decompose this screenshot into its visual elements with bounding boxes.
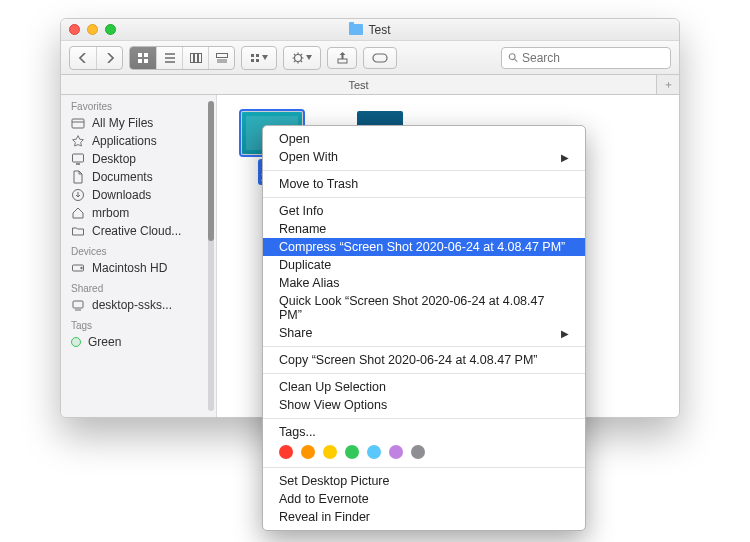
tab-label: Test — [348, 79, 368, 91]
context-item[interactable]: Move to Trash — [263, 175, 585, 193]
svg-point-36 — [81, 267, 83, 269]
context-item[interactable]: Show View Options — [263, 396, 585, 414]
tag-color-dot[interactable] — [389, 445, 403, 459]
context-item[interactable]: Open — [263, 130, 585, 148]
search-icon — [508, 52, 518, 63]
sidebar-section-shared: Shared — [61, 277, 216, 296]
context-item-label: Share — [279, 326, 312, 340]
applications-icon — [71, 134, 85, 148]
svg-rect-16 — [256, 59, 259, 62]
svg-rect-0 — [138, 53, 142, 57]
column-view-button[interactable] — [182, 47, 208, 69]
sidebar-item-documents[interactable]: Documents — [61, 168, 216, 186]
svg-point-28 — [509, 54, 515, 60]
tag-dot-icon — [71, 337, 81, 347]
new-tab-button[interactable]: ＋ — [657, 75, 679, 94]
sidebar-item-applications[interactable]: Applications — [61, 132, 216, 150]
context-item-label: Tags... — [279, 425, 316, 439]
svg-line-24 — [301, 54, 302, 55]
sidebar: Favorites All My Files Applications Desk… — [61, 95, 217, 417]
sidebar-item-macintosh-hd[interactable]: Macintosh HD — [61, 259, 216, 277]
context-item[interactable]: Set Desktop Picture — [263, 472, 585, 490]
tag-color-dot[interactable] — [411, 445, 425, 459]
context-item-label: Get Info — [279, 204, 323, 218]
svg-rect-15 — [251, 59, 254, 62]
context-item-label: Reveal in Finder — [279, 510, 370, 524]
coverflow-view-button[interactable] — [208, 47, 234, 69]
back-button[interactable] — [70, 47, 96, 69]
context-separator — [263, 170, 585, 171]
maximize-button[interactable] — [105, 24, 116, 35]
share-button[interactable] — [327, 47, 357, 69]
context-item[interactable]: Make Alias — [263, 274, 585, 292]
sidebar-item-label: Macintosh HD — [92, 261, 167, 275]
context-item[interactable]: Tags... — [263, 423, 585, 441]
tag-color-dot[interactable] — [367, 445, 381, 459]
traffic-lights — [69, 24, 116, 35]
nav-buttons — [69, 46, 123, 70]
search-field[interactable] — [501, 47, 671, 69]
desktop-icon — [71, 152, 85, 166]
sidebar-item-label: Documents — [92, 170, 153, 184]
context-item[interactable]: Reveal in Finder — [263, 508, 585, 526]
downloads-icon — [71, 188, 85, 202]
tab-test[interactable]: Test — [61, 75, 657, 94]
context-item[interactable]: Duplicate — [263, 256, 585, 274]
context-item[interactable]: Open With▶ — [263, 148, 585, 166]
sidebar-scrollbar-thumb[interactable] — [208, 101, 214, 241]
sidebar-item-label: desktop-ssks... — [92, 298, 172, 312]
context-item-label: Set Desktop Picture — [279, 474, 389, 488]
sidebar-item-creative-cloud[interactable]: Creative Cloud... — [61, 222, 216, 240]
sidebar-item-desktop[interactable]: Desktop — [61, 150, 216, 168]
arrange-button-group — [241, 46, 277, 70]
context-item[interactable]: Share▶ — [263, 324, 585, 342]
svg-rect-7 — [190, 53, 193, 62]
tag-color-dot[interactable] — [345, 445, 359, 459]
window-title: Test — [61, 23, 679, 37]
svg-line-29 — [515, 59, 518, 62]
sidebar-item-label: Creative Cloud... — [92, 224, 181, 238]
context-item-label: Show View Options — [279, 398, 387, 412]
context-item-label: Open — [279, 132, 310, 146]
sidebar-item-home[interactable]: mrbom — [61, 204, 216, 222]
search-input[interactable] — [522, 51, 664, 65]
context-item[interactable]: Copy “Screen Shot 2020-06-24 at 4.08.47 … — [263, 351, 585, 369]
context-item[interactable]: Rename — [263, 220, 585, 238]
svg-rect-26 — [338, 59, 347, 63]
svg-rect-1 — [144, 53, 148, 57]
sidebar-item-shared-computer[interactable]: desktop-ssks... — [61, 296, 216, 314]
documents-icon — [71, 170, 85, 184]
all-files-icon — [71, 116, 85, 130]
context-item[interactable]: Get Info — [263, 202, 585, 220]
window-title-text: Test — [368, 23, 390, 37]
context-item[interactable]: Add to Evernote — [263, 490, 585, 508]
sidebar-item-tag-green[interactable]: Green — [61, 333, 216, 351]
tags-button[interactable] — [363, 47, 397, 69]
tag-color-dot[interactable] — [323, 445, 337, 459]
sidebar-item-all-my-files[interactable]: All My Files — [61, 114, 216, 132]
tag-color-dot[interactable] — [301, 445, 315, 459]
list-view-button[interactable] — [156, 47, 182, 69]
svg-rect-8 — [194, 53, 197, 62]
submenu-arrow-icon: ▶ — [561, 328, 569, 339]
sidebar-item-label: Downloads — [92, 188, 151, 202]
close-button[interactable] — [69, 24, 80, 35]
disk-icon — [71, 261, 85, 275]
sidebar-item-downloads[interactable]: Downloads — [61, 186, 216, 204]
forward-button[interactable] — [96, 47, 122, 69]
icon-view-button[interactable] — [130, 47, 156, 69]
titlebar: Test — [61, 19, 679, 41]
svg-rect-9 — [198, 53, 201, 62]
context-item-label: Rename — [279, 222, 326, 236]
sidebar-item-label: Applications — [92, 134, 157, 148]
context-item[interactable]: Clean Up Selection — [263, 378, 585, 396]
context-tag-colors — [263, 441, 585, 463]
action-button[interactable] — [284, 47, 320, 69]
context-item[interactable]: Compress “Screen Shot 2020-06-24 at 4.08… — [263, 238, 585, 256]
arrange-button[interactable] — [242, 47, 276, 69]
context-item[interactable]: Quick Look “Screen Shot 2020-06-24 at 4.… — [263, 292, 585, 324]
tag-color-dot[interactable] — [279, 445, 293, 459]
sidebar-item-label: Green — [88, 335, 121, 349]
folder-icon — [71, 224, 85, 238]
minimize-button[interactable] — [87, 24, 98, 35]
